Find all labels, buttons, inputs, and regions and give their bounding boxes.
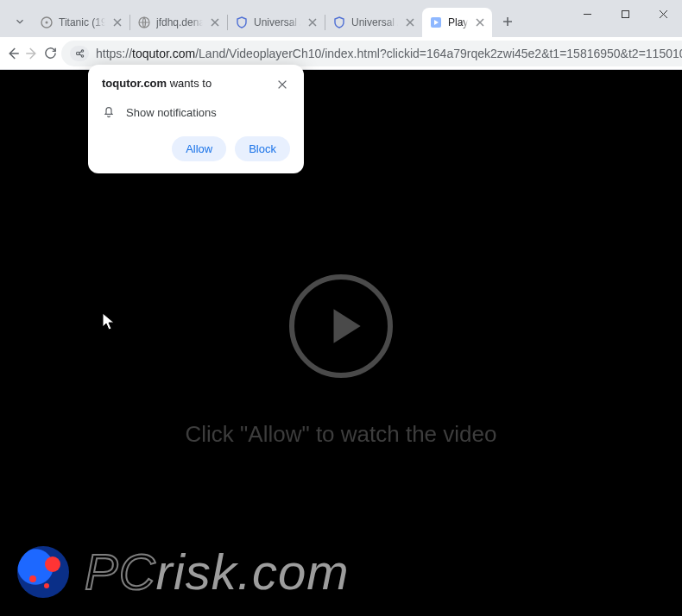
tab-label: jfdhq.denaliv… bbox=[156, 16, 203, 28]
close-window-button[interactable] bbox=[644, 0, 682, 28]
back-button[interactable] bbox=[5, 41, 21, 66]
play-icon bbox=[429, 16, 443, 29]
site-info-button[interactable] bbox=[70, 46, 89, 61]
reload-button[interactable] bbox=[43, 41, 58, 66]
close-icon[interactable] bbox=[403, 16, 417, 29]
permission-body: Show notifications bbox=[102, 104, 290, 121]
svg-point-5 bbox=[77, 52, 80, 55]
window-controls bbox=[568, 0, 682, 28]
notification-permission-dialog: toqutor.com wants to Show notifications … bbox=[88, 65, 304, 173]
close-icon[interactable] bbox=[473, 16, 487, 29]
tab-label: Titanic (1997) bbox=[59, 16, 105, 28]
allow-button[interactable]: Allow bbox=[172, 136, 226, 161]
svg-point-7 bbox=[81, 54, 83, 56]
svg-rect-4 bbox=[622, 10, 628, 17]
new-tab-button[interactable] bbox=[496, 9, 520, 34]
tab-label: Play bbox=[448, 16, 468, 28]
tab-play-active[interactable]: Play bbox=[422, 8, 492, 37]
tab-search-button[interactable] bbox=[9, 10, 31, 33]
tab-universal-ad-2[interactable]: Universal Ad B bbox=[325, 8, 422, 37]
svg-point-1 bbox=[46, 22, 48, 24]
block-button[interactable]: Block bbox=[235, 136, 290, 161]
shield-icon bbox=[332, 16, 346, 29]
tab-label: Universal Ad B bbox=[254, 16, 300, 28]
minimize-button[interactable] bbox=[568, 0, 606, 28]
tab-universal-ad-1[interactable]: Universal Ad B bbox=[228, 8, 325, 37]
shield-icon bbox=[235, 16, 249, 29]
close-icon[interactable] bbox=[208, 16, 222, 29]
browser-titlebar: Titanic (1997) jfdhq.denaliv… Universal … bbox=[0, 0, 682, 37]
close-icon[interactable] bbox=[306, 16, 319, 29]
svg-point-6 bbox=[81, 49, 83, 51]
video-play-button[interactable] bbox=[289, 274, 393, 378]
tab-label: Universal Ad B bbox=[351, 16, 398, 28]
permission-title: toqutor.com wants to bbox=[102, 77, 212, 90]
play-icon bbox=[323, 304, 368, 349]
tab-jfdhq[interactable]: jfdhq.denaliv… bbox=[130, 8, 227, 37]
globe-icon bbox=[137, 16, 151, 29]
forward-button[interactable] bbox=[24, 41, 40, 66]
permission-body-text: Show notifications bbox=[126, 106, 217, 119]
tab-strip: Titanic (1997) jfdhq.denaliv… Universal … bbox=[33, 0, 568, 37]
address-bar[interactable]: https://toqutor.com/Land/VideoplayerCh10… bbox=[61, 41, 682, 66]
tab-titanic[interactable]: Titanic (1997) bbox=[33, 8, 129, 37]
maximize-button[interactable] bbox=[606, 0, 644, 28]
allow-hint-text: Click "Allow" to watch the video bbox=[0, 421, 682, 448]
bell-icon bbox=[102, 104, 116, 121]
movie-icon bbox=[40, 16, 54, 29]
permission-close-button[interactable] bbox=[275, 77, 290, 92]
url-text: https://toqutor.com/Land/VideoplayerCh10… bbox=[96, 47, 682, 60]
close-icon[interactable] bbox=[111, 16, 124, 29]
